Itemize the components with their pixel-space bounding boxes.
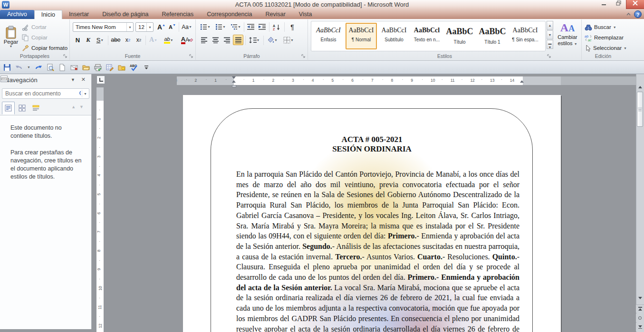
save-button[interactable] xyxy=(3,63,11,71)
styles-dialog-launcher[interactable] xyxy=(547,54,552,58)
style-titulo[interactable]: AaBbC Título xyxy=(444,23,475,49)
search-options-dropdown[interactable]: ▼ xyxy=(82,92,89,95)
first-line-indent-marker[interactable] xyxy=(232,76,236,79)
borders-button[interactable]: ▼ xyxy=(281,35,296,45)
cut-button[interactable]: Cortar xyxy=(22,23,47,31)
change-case-button[interactable]: Aa▼ xyxy=(181,22,193,32)
previous-page-button[interactable] xyxy=(636,304,644,313)
paragraph-dialog-launcher[interactable] xyxy=(301,54,306,58)
tab-diseno-de-pagina[interactable]: Diseño de página xyxy=(96,10,155,19)
font-size-combo[interactable]: 12 ▼ xyxy=(135,22,154,32)
font-color-button[interactable]: A xyxy=(180,35,186,45)
horizontal-ruler[interactable]: 1·2·3·1·2·3·4·5·6·7·8·9·10·11·12·13·14· xyxy=(177,76,638,85)
strikethrough-button[interactable]: abe xyxy=(109,35,122,45)
gallery-more-button[interactable]: ▬▼ xyxy=(547,40,553,49)
style-titulo-1[interactable]: AaBbC Título 1 xyxy=(477,23,508,49)
right-indent-marker[interactable] xyxy=(520,80,524,83)
style-subtitulo[interactable]: AaBbCcI Subtítulo xyxy=(378,23,410,49)
multilevel-list-button[interactable]: ▼ xyxy=(229,22,242,32)
style-enfasis[interactable]: AaBbCcI Énfasis xyxy=(313,23,344,49)
clipboard-dialog-launcher[interactable] xyxy=(63,54,68,58)
document-page[interactable]: ACTA # 005-2021 SESIÓN ORDINARIA En la p… xyxy=(183,95,561,332)
select-browse-object-button[interactable] xyxy=(636,314,644,322)
collapse-ribbon-button[interactable] xyxy=(624,11,633,18)
search-icon[interactable] xyxy=(79,90,81,97)
decrease-indent-button[interactable] xyxy=(245,22,256,32)
word-logo-icon[interactable]: W xyxy=(2,1,10,9)
tab-browse-headings[interactable] xyxy=(2,102,15,114)
superscript-button[interactable]: x2 xyxy=(134,35,144,45)
search-input[interactable] xyxy=(2,90,79,97)
align-left-button[interactable] xyxy=(199,35,209,45)
new-document-button[interactable] xyxy=(58,63,67,71)
tab-stop-selector[interactable] xyxy=(96,76,105,84)
copy-button[interactable]: Copiar xyxy=(22,33,48,42)
close-button[interactable] xyxy=(626,0,644,9)
tab-inicio[interactable]: Inicio xyxy=(34,10,62,19)
text-effects-button[interactable]: A▼ xyxy=(147,35,160,45)
style-texto-en-negrita[interactable]: AaBbCcl Texto en n... xyxy=(411,23,442,49)
paste-button[interactable]: Pegar ▼ xyxy=(2,21,20,52)
folder-favorites-button[interactable] xyxy=(117,63,126,71)
format-painter-button[interactable]: Copiar formato xyxy=(22,44,67,52)
sort-button[interactable]: A Z xyxy=(271,22,282,32)
quick-print-button[interactable] xyxy=(94,63,102,71)
shading-button[interactable]: ▼ xyxy=(265,35,279,45)
style-sin-espaciado[interactable]: AaBbCcI ¶ Sin espa... xyxy=(509,23,541,49)
mail-attachment-button[interactable] xyxy=(70,63,78,71)
subscript-button[interactable]: x2 xyxy=(123,35,133,45)
find-button[interactable]: Buscar▼ xyxy=(585,22,616,32)
document-body-text[interactable]: En la parroquia San Plácido del Cantón P… xyxy=(236,169,519,332)
pane-options-dropdown[interactable]: ▼ xyxy=(71,77,75,82)
align-right-button[interactable] xyxy=(221,35,232,45)
hanging-indent-marker[interactable] xyxy=(232,80,236,83)
align-center-button[interactable] xyxy=(210,35,221,45)
show-paragraph-marks-button[interactable]: ¶ xyxy=(287,22,298,32)
tab-archivo[interactable]: Archivo xyxy=(0,10,34,19)
gallery-scroll-down-button[interactable]: ▼ xyxy=(547,30,553,39)
open-button[interactable] xyxy=(82,63,90,71)
edit-table-button[interactable] xyxy=(106,63,114,71)
tab-vista[interactable]: Vista xyxy=(292,10,319,19)
justify-button[interactable] xyxy=(233,35,243,45)
underline-button[interactable]: S▼ xyxy=(94,35,106,45)
tab-revisar[interactable]: Revisar xyxy=(259,10,292,19)
change-styles-button[interactable]: AA Cambiar estilos ▼ xyxy=(554,21,581,57)
tab-correspondencia[interactable]: Correspondencia xyxy=(200,10,259,19)
shrink-font-button[interactable]: A▼ xyxy=(167,22,177,32)
toolbar-options-button[interactable] xyxy=(143,63,150,71)
select-button[interactable]: Seleccionar▼ xyxy=(585,43,627,53)
undo-dropdown[interactable]: ▼ xyxy=(27,63,31,71)
next-page-button[interactable] xyxy=(636,323,644,331)
bold-button[interactable]: N xyxy=(73,35,83,45)
tab-insertar[interactable]: Insertar xyxy=(62,10,96,19)
gallery-scroll-up-button[interactable]: ▲ xyxy=(547,21,553,30)
highlight-color-button[interactable]: ab▼ xyxy=(162,35,176,45)
tab-browse-results[interactable] xyxy=(29,102,42,114)
document-search-box[interactable]: ▼ xyxy=(2,88,89,99)
font-name-combo[interactable]: Times New Rom ▼ xyxy=(73,22,134,32)
bullets-button[interactable]: ▼ xyxy=(199,22,212,32)
undo-button[interactable] xyxy=(15,63,23,71)
italic-button[interactable]: K xyxy=(83,35,93,45)
grow-font-button[interactable]: A▲ xyxy=(156,22,166,32)
tab-referencias[interactable]: Referencias xyxy=(155,10,201,19)
increase-indent-button[interactable] xyxy=(257,22,267,32)
left-indent-marker[interactable] xyxy=(232,85,236,87)
line-spacing-button[interactable]: ▼ xyxy=(247,35,261,45)
view-ruler-toggle-button[interactable] xyxy=(0,76,8,82)
scroll-up-button[interactable] xyxy=(636,84,644,90)
spelling-grammar-button[interactable]: ABC xyxy=(129,63,140,71)
result-prev-next-buttons[interactable]: ▲▼ xyxy=(71,104,87,109)
vertical-ruler[interactable]: 1·2·3·4·5·6·7·8·9·10·11·12· xyxy=(96,87,104,332)
numbering-button[interactable]: ▼ xyxy=(214,22,227,32)
font-dialog-launcher[interactable] xyxy=(189,54,194,58)
scroll-down-button[interactable] xyxy=(636,294,644,301)
replace-button[interactable]: ab ac Reemplazar xyxy=(585,33,624,42)
style-normal[interactable]: AaBbCcI ¶ Normal xyxy=(346,23,377,49)
scrollbar-thumb[interactable] xyxy=(637,92,643,127)
help-button[interactable]: ? xyxy=(634,10,642,18)
redo-button[interactable] xyxy=(34,63,43,71)
tab-browse-pages[interactable] xyxy=(16,102,29,114)
print-preview-button[interactable] xyxy=(46,63,55,71)
